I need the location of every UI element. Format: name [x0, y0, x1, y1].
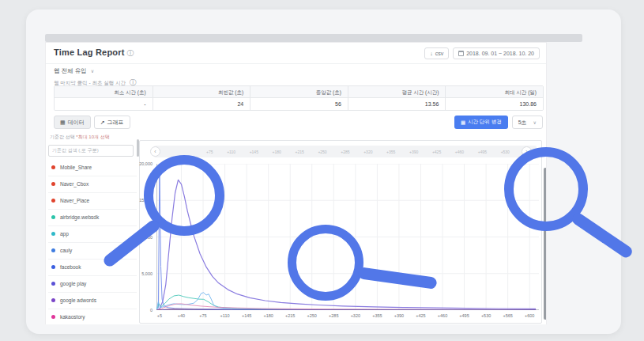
channel-color-dot — [51, 248, 55, 252]
info-icon: ⓘ — [127, 49, 134, 57]
channel-item-mobile-share[interactable]: Mobile_Share — [48, 160, 137, 176]
x-tick-label: +215 — [285, 313, 295, 318]
channel-item-google-play[interactable]: google play — [48, 276, 137, 293]
channel-item-naver-cbox[interactable]: Naver_Cbox — [48, 176, 137, 193]
strip-tick-label: +75 — [206, 150, 213, 154]
channel-label: app — [60, 231, 69, 237]
x-tick-label: +75 — [199, 313, 206, 318]
channel-item-naver-place[interactable]: Naver_Place — [48, 193, 137, 210]
series-google-adwords — [156, 309, 536, 310]
page-title: Time Lag Reportⓘ — [54, 47, 134, 59]
y-tick-label: 0 — [150, 308, 153, 313]
strip-tick-label: +390 — [409, 150, 418, 154]
x-tick-label: +180 — [263, 313, 273, 318]
x-tick-label: +425 — [416, 313, 425, 318]
pan-left-button[interactable]: ‹ — [150, 146, 160, 157]
channel-color-dot — [51, 182, 55, 186]
unit-select[interactable]: 5초 ∨ — [512, 116, 543, 129]
strip-tick-label: +180 — [273, 150, 281, 154]
table-header-0: 최소 시간 (초) — [55, 86, 153, 98]
channel-color-dot — [51, 265, 55, 269]
channel-label: Mobile_Share — [60, 165, 92, 170]
date-range-text: 2018. 09. 01 ~ 2018. 10. 20 — [466, 51, 534, 56]
channel-color-dot — [51, 315, 55, 319]
grid-icon: ▦ — [461, 119, 465, 126]
scope-dropdown[interactable]: 웹 전체 유입 ∨ — [54, 67, 94, 75]
x-tick-label: +600 — [525, 313, 534, 318]
x-axis-labels: +5+40+75+110+145+180+215+250+285+320+355… — [156, 313, 539, 321]
strip-tick-label: +215 — [295, 150, 303, 154]
table-value-2: 56 — [250, 98, 348, 110]
table-value-3: 13.56 — [348, 98, 446, 110]
strip-tick-label: +355 — [386, 150, 395, 154]
x-tick-label: +495 — [459, 313, 469, 318]
channel-color-dot — [51, 165, 55, 169]
channel-label: airbridge.websdk — [60, 214, 99, 220]
y-tick-label: 20,000 — [139, 161, 153, 166]
table-header-2: 중앙값 (초) — [250, 86, 348, 98]
csv-export-button[interactable]: ↓ csv — [424, 47, 449, 59]
channel-item-facebook[interactable]: facebook — [48, 260, 137, 276]
x-tick-label: +40 — [178, 313, 185, 318]
strip-tick-label: +425 — [432, 150, 441, 154]
sidebar-title-text: 기준값 선택 — [50, 135, 75, 139]
chart-scroll-strip[interactable]: +75+110+145+180+215+250+285+320+355+390+… — [154, 146, 537, 157]
channel-item-google-adwords[interactable]: google adwords — [48, 293, 137, 309]
channel-label: cauly — [60, 248, 72, 253]
chart-settings-group: ▦ 시간 단위 변경 5초 ∨ — [454, 116, 543, 129]
channel-search-input[interactable] — [48, 145, 134, 157]
strip-tick-label: +285 — [341, 150, 349, 154]
x-tick-label: +285 — [329, 313, 338, 318]
calendar-icon — [458, 51, 464, 56]
channel-color-dot — [51, 232, 55, 236]
series-airbridge-websdk — [156, 295, 536, 310]
tab-data[interactable]: ▦ 데이터 — [54, 116, 91, 129]
channel-label: facebook — [60, 264, 81, 270]
x-tick-label: +460 — [438, 313, 447, 318]
x-tick-label: +320 — [351, 313, 360, 318]
channel-item-app[interactable]: app — [48, 226, 137, 243]
channel-item-kakaostory[interactable]: kakaostory — [48, 309, 137, 325]
channel-color-dot — [51, 199, 55, 203]
channel-item-airbridge-websdk[interactable]: airbridge.websdk — [48, 210, 137, 226]
line-chart-icon: ↗ — [100, 119, 105, 126]
x-tick-label: +5 — [157, 313, 162, 318]
tab-graph-label: 그래프 — [107, 119, 124, 127]
subtitle-text: 웹 마지막 클릭 - 최초 실행 시간 — [54, 80, 126, 85]
tab-data-label: 데이터 — [68, 119, 85, 127]
summary-table: 최소 시간 (초)최빈값 (초)중앙값 (초)평균 시간 (시간)최대 시간 (… — [54, 85, 544, 111]
strip-tick-label: +495 — [478, 150, 487, 154]
date-range-picker[interactable]: 2018. 09. 01 ~ 2018. 10. 20 — [453, 47, 540, 59]
chevron-down-icon: ∨ — [91, 69, 94, 74]
magnifier-icon — [288, 225, 363, 301]
table-header-3: 평균 시간 (시간) — [348, 86, 446, 98]
table-header-4: 최대 시간 (일) — [445, 86, 543, 98]
x-tick-label: +145 — [242, 313, 251, 318]
page-title-text: Time Lag Report — [54, 47, 125, 57]
header-actions: ↓ csv 2018. 09. 01 ~ 2018. 10. 20 — [424, 47, 540, 59]
x-tick-label: +110 — [220, 313, 230, 318]
strip-tick-label: +530 — [501, 150, 510, 154]
browser-chrome-strip — [45, 34, 582, 42]
strip-tick-label: +145 — [250, 150, 258, 154]
time-unit-button[interactable]: ▦ 시간 단위 변경 — [454, 116, 508, 129]
channel-color-dot — [51, 282, 55, 286]
time-unit-label: 시간 단위 변경 — [468, 119, 502, 126]
scope-label: 웹 전체 유입 — [54, 67, 87, 74]
table-value-1: 24 — [153, 98, 250, 110]
table-header-1: 최빈값 (초) — [153, 86, 250, 98]
channel-label: kakaostory — [60, 314, 85, 320]
channel-label: Naver_Place — [60, 198, 89, 203]
download-icon: ↓ — [430, 51, 433, 56]
x-tick-label: +390 — [394, 313, 404, 318]
x-tick-label: +355 — [372, 313, 382, 318]
tab-graph[interactable]: ↗ 그래프 — [94, 116, 130, 129]
csv-label: csv — [435, 51, 444, 56]
table-value-0: - — [55, 98, 153, 110]
channel-label: google adwords — [60, 297, 96, 303]
strip-tick-label: +320 — [363, 150, 372, 154]
table-icon: ▦ — [60, 119, 66, 126]
y-tick-label: 5,000 — [141, 271, 153, 276]
strip-tick-label: +250 — [318, 150, 326, 154]
report-header: Time Lag Reportⓘ ↓ csv 2018. 09. 01 ~ 20… — [46, 43, 546, 64]
